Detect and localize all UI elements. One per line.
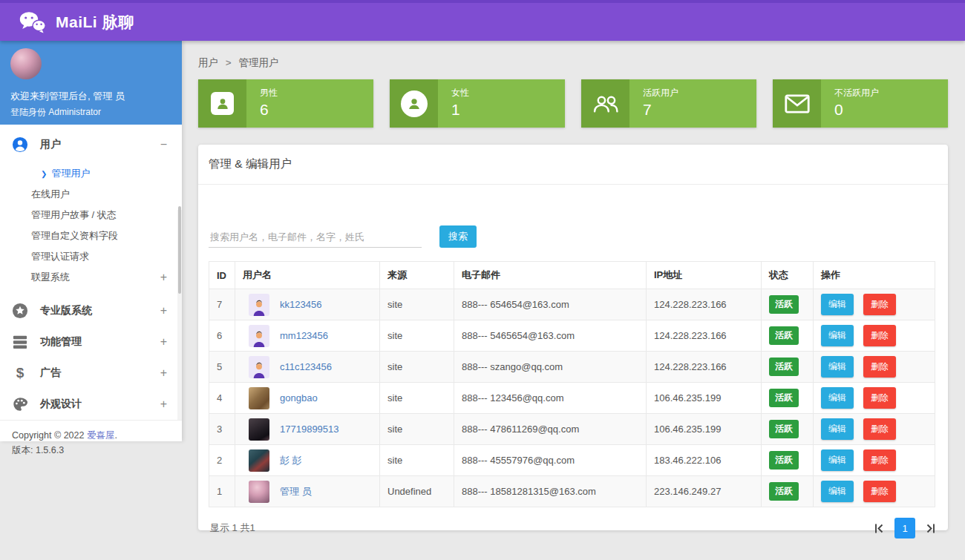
delete-button[interactable]: 删除 xyxy=(863,449,896,471)
delete-button[interactable]: 删除 xyxy=(863,387,896,409)
sidebar-item-manage-users[interactable]: ❯ 管理用户 xyxy=(0,163,182,184)
app-logo: MaiLi 脉聊 xyxy=(19,11,134,33)
edit-button[interactable]: 编辑 xyxy=(821,294,854,315)
last-page-icon[interactable] xyxy=(925,523,936,534)
stat-value: 1 xyxy=(451,101,469,119)
table-row: 7 kk123456 site 888--- 654654@163.com 12… xyxy=(209,289,935,320)
panel-header: 管理 & 编辑用户 xyxy=(198,145,948,185)
users-table: ID 用户名 来源 电子邮件 IP地址 状态 操作 7 kk123456 sit… xyxy=(209,261,935,507)
edit-button[interactable]: 编辑 xyxy=(821,387,854,409)
dollar-icon: $ xyxy=(12,365,28,381)
expand-plus-icon[interactable]: + xyxy=(160,271,167,284)
first-page-icon[interactable] xyxy=(874,523,885,534)
user-avatar xyxy=(249,325,269,347)
cell-id: 3 xyxy=(209,414,235,445)
cell-id: 1 xyxy=(209,476,235,507)
welcome-text: 欢迎来到管理后台, 管理 员 xyxy=(10,90,171,103)
breadcrumb-separator: > xyxy=(226,57,232,68)
collapse-minus-icon[interactable]: − xyxy=(160,139,167,151)
search-button[interactable]: 搜索 xyxy=(439,225,477,248)
group-label: 外观设计 xyxy=(40,398,160,411)
cell-ip: 124.228.223.166 xyxy=(647,352,762,383)
delete-button[interactable]: 删除 xyxy=(863,294,896,315)
col-header-email: 电子邮件 xyxy=(454,262,647,289)
cell-ip: 106.46.235.199 xyxy=(647,383,762,414)
username-link[interactable]: 管理 员 xyxy=(280,485,312,498)
col-header-status: 状态 xyxy=(762,262,814,289)
sidebar-item-verification-requests[interactable]: 管理认证请求 xyxy=(0,246,182,267)
sidebar-item-user-stories[interactable]: 管理用户故事 / 状态 xyxy=(0,205,182,225)
username-link[interactable]: gongbao xyxy=(280,392,318,403)
app-header: MaiLi 脉聊 xyxy=(0,0,965,41)
table-header-row: ID 用户名 来源 电子邮件 IP地址 状态 操作 xyxy=(209,262,935,289)
cell-email: 888--- 45557976@qq.com xyxy=(454,445,647,476)
sidebar-item-label: 管理用户 xyxy=(51,167,90,180)
group-label: 专业版系统 xyxy=(40,304,160,317)
sidebar-group-features[interactable]: 功能管理 + xyxy=(0,326,182,358)
page-number-button[interactable]: 1 xyxy=(894,518,915,538)
username-link[interactable]: 彭 彭 xyxy=(280,454,302,467)
status-badge: 活跃 xyxy=(769,358,799,376)
cell-source: site xyxy=(380,383,454,414)
sidebar-group-pro-system[interactable]: 专业版系统 + xyxy=(0,295,182,326)
delete-button[interactable]: 删除 xyxy=(863,418,896,440)
sidebar-item-custom-fields[interactable]: 管理自定义资料字段 xyxy=(0,225,182,246)
sidebar-item-affiliate-system[interactable]: 联盟系统 + xyxy=(0,267,182,288)
sidebar-nav: 用户 − ❯ 管理用户 在线用户 管理用户故事 / 状态 管理自定义资料字段 管… xyxy=(0,125,182,420)
edit-button[interactable]: 编辑 xyxy=(821,356,854,378)
breadcrumb-section[interactable]: 用户 xyxy=(198,57,218,68)
male-user-icon xyxy=(198,79,246,128)
cell-source: site xyxy=(380,320,454,352)
stat-card-active-users: 活跃用户 7 xyxy=(581,79,756,128)
admin-avatar xyxy=(10,48,42,79)
stat-label: 男性 xyxy=(260,87,278,99)
sidebar-user-panel: 欢迎来到管理后台, 管理 员 登陆身份 Administrator xyxy=(0,41,182,125)
col-header-id: ID xyxy=(209,262,235,289)
star-circle-icon xyxy=(12,303,28,319)
expand-plus-icon[interactable]: + xyxy=(160,336,167,348)
sidebar-item-label: 管理认证请求 xyxy=(31,250,89,263)
delete-button[interactable]: 删除 xyxy=(863,325,896,346)
username-link[interactable]: mm123456 xyxy=(280,330,328,341)
search-input[interactable] xyxy=(209,227,422,248)
stat-value: 7 xyxy=(643,101,678,119)
edit-button[interactable]: 编辑 xyxy=(821,481,854,502)
username-link[interactable]: kk123456 xyxy=(280,299,321,310)
cell-email: 888--- 123456@qq.com xyxy=(454,383,647,414)
stacked-bars-icon xyxy=(12,335,28,349)
version-line: 版本: 1.5.6.3 xyxy=(12,443,170,458)
edit-button[interactable]: 编辑 xyxy=(821,449,854,471)
manage-users-panel: 管理 & 编辑用户 搜索 ID 用户名 来源 电子邮件 IP地址 状态 操作 7… xyxy=(198,145,948,530)
expand-plus-icon[interactable]: + xyxy=(160,305,167,317)
stat-label: 活跃用户 xyxy=(643,87,678,99)
sidebar-item-label: 联盟系统 xyxy=(31,271,70,284)
search-row: 搜索 xyxy=(198,185,948,248)
user-avatar xyxy=(249,387,269,409)
username-link[interactable]: c11c123456 xyxy=(280,361,332,372)
sidebar-group-users[interactable]: 用户 − xyxy=(0,129,182,160)
username-link[interactable]: 17719899513 xyxy=(280,424,339,435)
cell-id: 5 xyxy=(209,352,235,383)
stat-value: 6 xyxy=(260,101,278,119)
cell-source: site xyxy=(380,289,454,320)
sidebar-scrollbar-thumb[interactable] xyxy=(178,206,181,294)
delete-button[interactable]: 删除 xyxy=(863,481,896,502)
status-badge: 活跃 xyxy=(769,326,799,345)
delete-button[interactable]: 删除 xyxy=(863,356,896,378)
sidebar-item-online-users[interactable]: 在线用户 xyxy=(0,184,182,205)
cell-ip: 124.228.223.166 xyxy=(647,289,762,320)
expand-plus-icon[interactable]: + xyxy=(160,367,167,379)
sidebar-group-ads[interactable]: $ 广告 + xyxy=(0,358,182,389)
col-header-username: 用户名 xyxy=(235,262,380,289)
vendor-link[interactable]: 爱喜屋 xyxy=(87,430,115,441)
edit-button[interactable]: 编辑 xyxy=(821,325,854,346)
sidebar-group-appearance[interactable]: 外观设计 + xyxy=(0,389,182,420)
app-title: MaiLi 脉聊 xyxy=(56,12,134,33)
status-badge: 活跃 xyxy=(769,420,799,438)
table-row: 2 彭 彭 site 888--- 45557976@qq.com 183.46… xyxy=(209,445,935,476)
edit-button[interactable]: 编辑 xyxy=(821,418,854,440)
expand-plus-icon[interactable]: + xyxy=(160,398,167,410)
status-badge: 活跃 xyxy=(769,451,799,470)
cell-email: 888--- szango@qq.com xyxy=(454,352,647,383)
active-chevron-icon: ❯ xyxy=(41,170,47,178)
